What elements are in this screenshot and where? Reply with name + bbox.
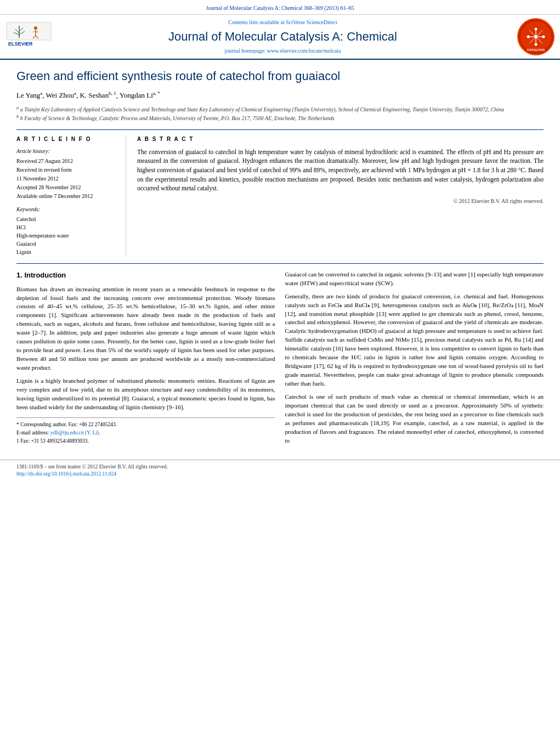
journal-header: Journal of Molecular Catalysis A: Chemic…: [0, 0, 560, 60]
footer-issn: 1381-1169/$ – see front matter © 2012 El…: [16, 464, 168, 470]
svg-point-22: [535, 43, 538, 46]
catalysis-logo-svg: CATALYSIS: [517, 18, 555, 55]
catalysis-logo: CATALYSIS: [517, 18, 555, 55]
copyright-line: © 2012 Elsevier B.V. All rights reserved…: [137, 197, 544, 205]
doi-link[interactable]: http://dx.doi.org/10.1016/j.molcata.2012…: [16, 471, 116, 477]
svg-rect-0: [7, 22, 51, 40]
contents-line: Contents lists available at SciVerse Sci…: [55, 19, 511, 26]
corresponding-author-note: * Corresponding author. Fax: +86 22 2740…: [16, 421, 275, 428]
svg-point-19: [527, 36, 530, 38]
body-two-col: 1. Introduction Biomass has drawn an inc…: [16, 270, 544, 450]
received-date: Received 27 August 2012: [16, 157, 118, 165]
email-link[interactable]: ydli@tju.edu.cn (Y. Li).: [50, 430, 100, 435]
abstract-col: A B S T R A C T The conversion of guaiac…: [137, 135, 544, 257]
body-para-1: Lignin is a highly branched polymer of s…: [16, 377, 275, 412]
section1-title: 1. Introduction: [16, 270, 275, 281]
keyword-3: Guaiacol: [16, 240, 118, 248]
affiliation-b: b b Faculty of Science & Technology, Cat…: [16, 114, 544, 122]
journal-title-center: Contents lists available at SciVerse Sci…: [55, 19, 511, 55]
elsevier-logo-svg: ELSEVIER: [5, 21, 52, 49]
body-col-left: 1. Introduction Biomass has drawn an inc…: [16, 270, 275, 450]
svg-text:ELSEVIER: ELSEVIER: [8, 41, 33, 47]
svg-point-21: [535, 28, 538, 31]
body-para-right-0: Guaiacol can be converted to catechol in…: [285, 270, 544, 288]
journal-main-title: Journal of Molecular Catalysis A: Chemic…: [55, 29, 511, 46]
homepage-url[interactable]: www.elsevier.com/locate/molcata: [267, 48, 341, 54]
svg-point-18: [534, 35, 538, 38]
affiliations: a a Tianjin Key Laboratory of Applied Ca…: [16, 105, 544, 123]
article-title: Green and efficient synthesis route of c…: [16, 69, 544, 84]
body-para-0: Biomass has drawn an increasing attentio…: [16, 285, 275, 372]
keyword-0: Catechol: [16, 216, 118, 223]
footnote1: 1 Fax: +31 53 4893254/48893033.: [16, 438, 275, 444]
email-note: E-mail address: ydli@tju.edu.cn (Y. Li).: [16, 429, 275, 436]
svg-point-6: [34, 26, 37, 30]
journal-header-main: ELSEVIER Contents lists available at Sci…: [0, 15, 560, 59]
history-label: Article history:: [16, 148, 118, 155]
body-col-right: Guaiacol can be converted to catechol in…: [285, 270, 544, 450]
body-para-right-1: Generally, there are two kinds of produc…: [285, 292, 544, 388]
journal-link-line: Journal of Molecular Catalysis A: Chemic…: [0, 3, 560, 15]
authors-line: Le Yanga, Wei Zhoua, K. Seshanb, 1, Yong…: [16, 90, 544, 101]
article-info-heading: A R T I C L E I N F O: [16, 135, 118, 143]
article-info-col: A R T I C L E I N F O Article history: R…: [16, 135, 126, 257]
received-revised-label: Received in revised form: [16, 166, 118, 174]
sciverse-link[interactable]: SciVerse ScienceDirect: [286, 19, 337, 25]
body-divider: [16, 263, 544, 264]
abstract-heading: A B S T R A C T: [137, 135, 544, 143]
article-info-abstract: A R T I C L E I N F O Article history: R…: [16, 129, 544, 257]
keywords-label: Keywords:: [16, 206, 118, 213]
elsevier-logo: ELSEVIER: [5, 21, 55, 52]
journal-logo-right: CATALYSIS: [511, 18, 555, 55]
affiliation-a: a a Tianjin Key Laboratory of Applied Ca…: [16, 105, 544, 114]
accepted-date: Accepted 28 November 2012: [16, 184, 118, 191]
main-content: Green and efficient synthesis route of c…: [0, 60, 560, 455]
keyword-2: High-temperature water: [16, 232, 118, 240]
available-date: Available online 7 December 2012: [16, 193, 118, 200]
body-para-right-2: Catechol is one of such products of much…: [285, 393, 544, 445]
footnotes: * Corresponding author. Fax: +86 22 2740…: [16, 417, 275, 445]
journal-volume-ref: Journal of Molecular Catalysis A: Chemic…: [206, 5, 354, 11]
footer-strip: 1381-1169/$ – see front matter © 2012 El…: [0, 460, 560, 482]
svg-point-20: [542, 36, 545, 38]
received-revised-date: 11 November 2012: [16, 175, 118, 183]
keyword-1: HCl: [16, 224, 118, 231]
abstract-text: The conversion of guaiacol to catechol i…: [137, 148, 544, 193]
svg-text:CATALYSIS: CATALYSIS: [527, 48, 545, 52]
homepage-line: journal homepage: www.elsevier.com/locat…: [55, 47, 511, 55]
keyword-4: Lignin: [16, 248, 118, 256]
